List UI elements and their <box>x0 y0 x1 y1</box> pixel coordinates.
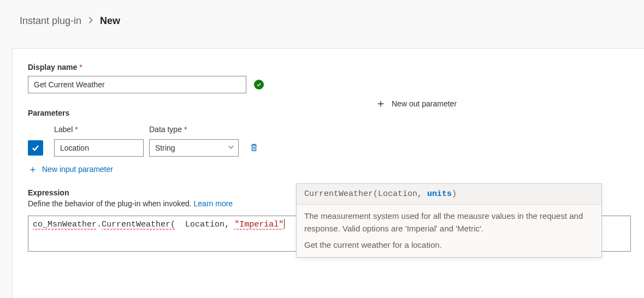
new-out-parameter-button[interactable]: ＋ New out parameter <box>375 96 457 111</box>
param-header-datatype: Data type* <box>149 125 244 139</box>
param-header-label: Label* <box>54 125 149 139</box>
plus-icon: ＋ <box>28 164 38 174</box>
display-name-label: Display name* <box>28 63 629 71</box>
main-panel: Display name* Parameters Label* Data typ… <box>12 48 644 298</box>
param-label-input[interactable] <box>54 139 144 157</box>
new-input-parameter-button[interactable]: ＋ New input parameter <box>28 164 113 174</box>
check-circle-icon <box>254 80 264 90</box>
intellisense-func-doc: Get the current weather for a location. <box>304 239 594 252</box>
display-name-input[interactable] <box>28 76 246 93</box>
chevron-right-icon <box>87 15 94 27</box>
breadcrumb-parent[interactable]: Instant plug-in <box>20 15 81 27</box>
param-datatype-select[interactable]: String <box>149 139 239 157</box>
intellisense-param-doc: The measurement system used for all the … <box>304 210 594 235</box>
param-checkbox[interactable] <box>28 140 43 156</box>
learn-more-link[interactable]: Learn more <box>194 199 233 208</box>
text-cursor <box>284 219 285 229</box>
delete-param-button[interactable] <box>250 143 258 153</box>
breadcrumb: Instant plug-in New <box>20 15 120 27</box>
intellisense-signature: CurrentWeather(Location, units) <box>297 184 601 205</box>
breadcrumb-current: New <box>100 15 120 27</box>
parameters-table: Label* Data type* String <box>28 125 629 157</box>
plus-icon: ＋ <box>375 96 386 111</box>
parameters-title: Parameters <box>28 109 629 117</box>
intellisense-tooltip: CurrentWeather(Location, units) The meas… <box>296 183 602 258</box>
trash-icon <box>250 143 258 153</box>
param-datatype-value: String <box>155 144 175 152</box>
chevron-down-icon <box>227 144 235 153</box>
